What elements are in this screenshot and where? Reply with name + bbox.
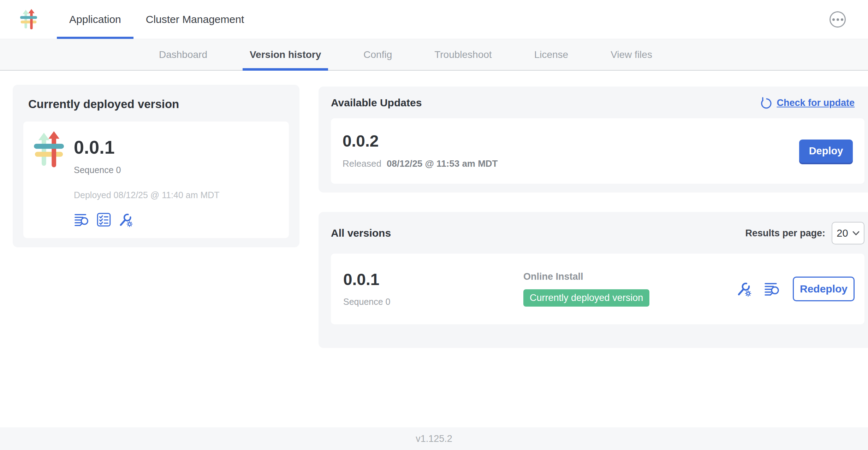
available-updates-header: Available Updates Check for update — [331, 96, 864, 109]
chevron-down-icon — [852, 231, 860, 236]
all-versions-header: All versions Results per page: 20 — [331, 222, 864, 244]
deployed-timestamp: Deployed 08/12/25 @ 11:40 am MDT — [74, 190, 220, 200]
right-column: Available Updates Check for update 0.0.2… — [319, 87, 868, 348]
row-sequence: Sequence 0 — [343, 297, 523, 307]
all-versions-panel: All versions Results per page: 20 0.0.1 … — [319, 212, 868, 348]
deployed-sequence: Sequence 0 — [74, 165, 220, 175]
check-for-update-label: Check for update — [777, 97, 855, 108]
config-icon[interactable] — [736, 280, 753, 297]
tab-application[interactable]: Application — [57, 0, 133, 39]
update-card: 0.0.2 Released 08/12/25 @ 11:53 am MDT D… — [331, 118, 864, 184]
install-type: Online Install — [523, 271, 736, 282]
available-updates-panel: Available Updates Check for update 0.0.2… — [319, 87, 868, 193]
all-versions-title: All versions — [331, 227, 391, 239]
tab-license-label: License — [534, 49, 569, 60]
results-per-page-label: Results per page: — [745, 228, 825, 239]
update-info: 0.0.2 Released 08/12/25 @ 11:53 am MDT — [343, 133, 498, 169]
redeploy-button[interactable]: Redeploy — [793, 277, 855, 301]
tab-view-files[interactable]: View files — [604, 39, 659, 70]
tab-dashboard-label: Dashboard — [159, 49, 207, 60]
currently-deployed-card: 0.0.1 Sequence 0 Deployed 08/12/25 @ 11:… — [23, 122, 289, 238]
row-status: Online Install Currently deployed versio… — [523, 271, 736, 307]
tab-dashboard[interactable]: Dashboard — [152, 39, 214, 70]
deployed-info: 0.0.1 Sequence 0 Deployed 08/12/25 @ 11:… — [74, 130, 220, 228]
row-version-info: 0.0.1 Sequence 0 — [343, 271, 523, 307]
results-per-page-select[interactable]: 20 — [832, 222, 864, 244]
ellipsis-icon — [832, 18, 835, 21]
tab-license[interactable]: License — [527, 39, 576, 70]
currently-deployed-panel: Currently deployed version 0.0.1 Sequenc… — [13, 85, 299, 247]
app-footer: v1.125.2 — [0, 427, 868, 450]
app-logo-icon — [20, 8, 37, 31]
tab-config[interactable]: Config — [356, 39, 399, 70]
deployed-actions — [74, 212, 220, 228]
deployed-version: 0.0.1 — [74, 138, 220, 156]
tab-cluster-management-label: Cluster Management — [146, 13, 244, 25]
results-per-page: Results per page: 20 — [745, 222, 864, 244]
more-menu-button[interactable] — [830, 11, 846, 28]
version-row: 0.0.1 Sequence 0 Online Install Currentl… — [331, 254, 864, 324]
tab-cluster-management[interactable]: Cluster Management — [133, 0, 256, 39]
tab-version-history-label: Version history — [250, 49, 321, 60]
row-actions — [736, 280, 781, 297]
tab-troubleshoot[interactable]: Troubleshoot — [427, 39, 499, 70]
tab-version-history[interactable]: Version history — [243, 39, 328, 70]
header-nav: Application Cluster Management — [57, 0, 256, 39]
status-badge: Currently deployed version — [523, 289, 649, 307]
app-logo-icon — [34, 130, 64, 169]
preflight-checks-icon[interactable] — [96, 212, 112, 228]
console-version: v1.125.2 — [416, 433, 452, 444]
tab-troubleshoot-label: Troubleshoot — [434, 49, 492, 60]
tab-view-files-label: View files — [611, 49, 652, 60]
check-for-update-link[interactable]: Check for update — [760, 96, 855, 109]
results-per-page-value: 20 — [837, 227, 848, 239]
released-label: Released — [343, 158, 381, 169]
app-subnav: Dashboard Version history Config Trouble… — [0, 39, 868, 71]
row-version: 0.0.1 — [343, 271, 523, 288]
main-content: Currently deployed version 0.0.1 Sequenc… — [0, 71, 868, 427]
update-released: Released 08/12/25 @ 11:53 am MDT — [343, 158, 498, 169]
deploy-button[interactable]: Deploy — [799, 140, 853, 163]
released-timestamp: 08/12/25 @ 11:53 am MDT — [387, 158, 498, 169]
tab-config-label: Config — [363, 49, 392, 60]
config-icon[interactable] — [118, 212, 134, 228]
app-header: Application Cluster Management — [0, 0, 868, 39]
tab-application-label: Application — [69, 13, 121, 25]
left-column: Currently deployed version 0.0.1 Sequenc… — [13, 85, 299, 247]
release-notes-icon[interactable] — [74, 212, 90, 228]
release-notes-icon[interactable] — [764, 280, 781, 297]
currently-deployed-title: Currently deployed version — [28, 97, 289, 111]
update-version: 0.0.2 — [343, 133, 498, 149]
available-updates-title: Available Updates — [331, 97, 422, 109]
refresh-icon — [760, 96, 772, 109]
